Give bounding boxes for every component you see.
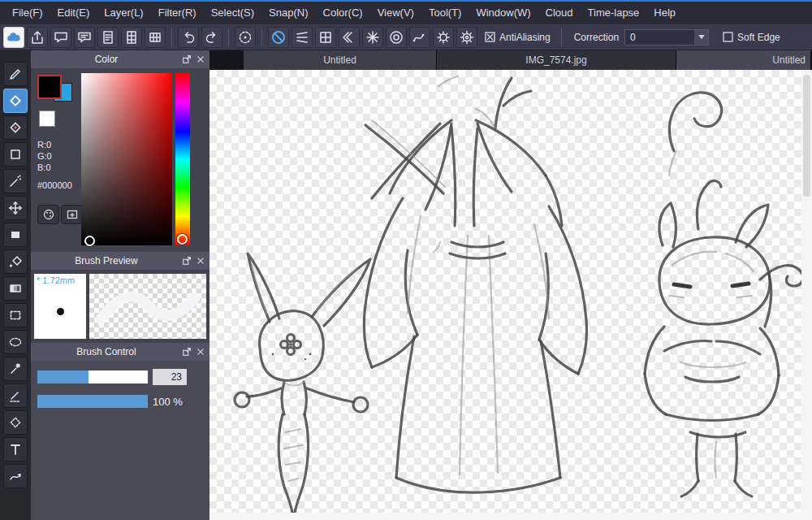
tool-operation-curve[interactable] [3,464,28,488]
color-panel-header: Color [31,50,209,68]
color-panel-content: R:0 G:0 B:0 #000000 [31,68,209,252]
menu-timelapse[interactable]: Time-lapse [581,2,647,24]
vertical-scrollbar[interactable] [801,70,812,520]
gradient-icon [7,280,24,297]
tool-shape-brush[interactable] [3,142,28,167]
dropdown-arrow-button[interactable] [694,30,708,45]
menu-layer[interactable]: Layer(L) [97,2,150,24]
palette-add-button[interactable] [61,205,83,224]
popout-icon[interactable] [182,54,192,64]
palette-button[interactable] [37,205,59,224]
upload-button[interactable] [27,27,48,48]
redo-button[interactable] [201,27,222,48]
canvas[interactable] [209,70,812,520]
snap-off-button[interactable] [268,27,289,48]
undo-icon [180,29,197,46]
document-grid-button[interactable] [121,27,142,48]
sub-color-swatch[interactable] [39,110,55,127]
brush-preview-title: Brush Preview [35,255,178,266]
hex-value: #000000 [37,180,72,190]
hue-slider[interactable] [175,73,190,245]
document-button[interactable] [97,27,119,48]
close-icon[interactable] [196,54,205,64]
comment-edit-button[interactable] [74,27,95,48]
snap-concentric-button[interactable] [386,27,407,48]
antialiasing-toggle[interactable]: AntiAliasing [485,32,551,43]
snap-curve-icon [412,29,428,46]
snap-vanishing-point-button[interactable] [339,27,360,48]
menu-tool[interactable]: Tool(T) [421,2,469,24]
sv-cursor[interactable] [84,236,95,246]
toolbar-separator [561,28,562,46]
tool-select-pen[interactable] [3,384,28,408]
brush-size-slider[interactable] [37,370,148,384]
redo-icon [204,29,220,46]
comment-button[interactable] [50,27,71,48]
menu-select[interactable]: Select(S) [204,2,261,24]
tab-label: IMG_7574.jpg [525,54,586,66]
settings-button[interactable] [456,27,477,48]
reset-rotation-button[interactable] [235,27,256,48]
snap-parallel-button[interactable] [292,27,313,48]
snap-grid-button[interactable] [315,27,336,48]
brush-preview-panel: Brush Preview * 1.72mm [31,252,209,343]
brush-size-value[interactable]: 23 [153,369,187,385]
upload-icon [29,29,45,46]
brush-control-content: 23 100 % [31,361,209,520]
snap-settings-icon [435,29,451,46]
tab-img-7574[interactable]: IMG_7574.jpg [437,50,676,70]
horizontal-scrollbar[interactable] [209,513,801,520]
popout-icon[interactable] [182,347,192,357]
tab-label: Untitled [772,54,806,66]
undo-button[interactable] [178,27,199,48]
menu-snap[interactable]: Snap(N) [261,2,315,24]
tool-select-eraser[interactable] [3,410,28,435]
correction-dropdown[interactable]: 0 [624,29,709,46]
brush-preview-content: * 1.72mm [31,270,209,343]
toolbar-separator [261,28,262,46]
document-tabs: Untitled IMG_7574.jpg Untitled [209,50,812,70]
palette-grid-button[interactable] [145,27,166,48]
soft-edge-toggle[interactable]: Soft Edge [723,32,780,43]
tab-untitled-1[interactable]: Untitled [244,50,437,70]
tab-untitled-2[interactable]: Untitled [676,50,811,70]
snap-radial-button[interactable] [362,27,383,48]
close-icon[interactable] [196,256,205,266]
close-icon[interactable] [196,347,205,357]
magic-wand-icon [7,361,24,377]
menu-filter[interactable]: Filter(R) [151,2,204,24]
tool-select-rectangle[interactable] [3,303,28,327]
tool-magic-wand[interactable] [3,357,28,381]
popout-icon[interactable] [182,256,192,266]
paint-app-window: File(F) Edit(E) Layer(L) Filter(R) Selec… [0,0,812,520]
tool-pattern-brush[interactable] [3,169,28,193]
snap-curve-button[interactable] [409,27,430,48]
tool-fill-bucket[interactable] [3,249,28,274]
tool-move[interactable] [3,196,28,220]
menu-cloud[interactable]: Cloud [538,2,581,24]
tool-gradient[interactable] [3,276,28,301]
tool-select-lasso[interactable] [3,330,28,354]
tool-soft-eraser[interactable] [3,115,28,140]
menu-help[interactable]: Help [646,2,683,24]
tool-brush[interactable] [3,62,28,86]
menu-edit[interactable]: Edit(E) [50,2,97,24]
foreground-color-swatch[interactable] [37,75,62,99]
hue-cursor[interactable] [177,234,188,245]
select-rectangle-icon [7,307,24,323]
tool-rectangle[interactable] [3,223,28,247]
brush-icon [7,66,24,82]
menu-view[interactable]: View(V) [370,2,421,24]
tool-text[interactable] [3,437,28,462]
color-panel-title: Color [35,54,178,65]
vertical-scrollbar-thumb[interactable] [803,75,810,197]
brush-opacity-slider[interactable] [37,395,148,408]
menu-window[interactable]: Window(W) [469,2,538,24]
menu-color[interactable]: Color(C) [316,2,370,24]
snap-grid-icon [317,29,334,46]
tool-eraser[interactable] [3,89,28,113]
saturation-value-picker[interactable] [81,73,172,245]
cloud-button[interactable] [3,27,24,48]
snap-settings-button[interactable] [433,27,454,48]
menu-file[interactable]: File(F) [5,2,50,24]
